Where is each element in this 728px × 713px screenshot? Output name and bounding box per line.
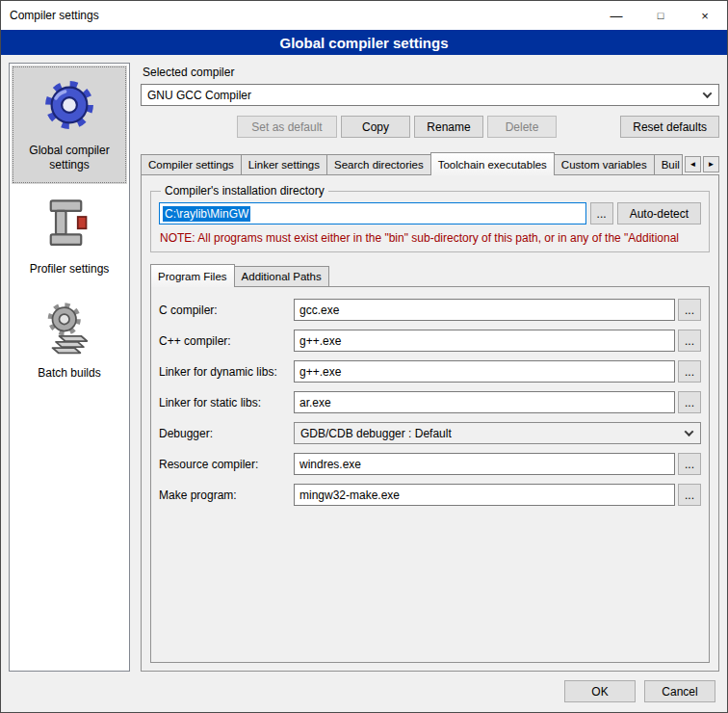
main-area: Selected compiler GNU GCC Compiler Set a… — [141, 63, 719, 672]
field-row-debugger: Debugger: GDB/CDB debugger : Default — [159, 422, 701, 444]
cpp-compiler-browse-button[interactable]: ... — [678, 330, 701, 352]
banner-title: Global compiler settings — [1, 30, 727, 55]
install-dir-value: C:\raylib\MinGW — [163, 206, 250, 222]
selected-compiler-label: Selected compiler — [143, 66, 719, 79]
tab-compiler-settings[interactable]: Compiler settings — [141, 154, 242, 174]
program-files-tabbar: Program Files Additional Paths — [150, 264, 710, 286]
field-row-static-linker: Linker for static libs: ... — [159, 391, 701, 413]
compiler-select-value: GNU GCC Compiler — [147, 89, 251, 102]
make-program-browse-button[interactable]: ... — [678, 484, 701, 506]
tab-scroll-left-button[interactable]: ◄ — [685, 156, 701, 172]
program-files-panel: C compiler: ... C++ compiler: ... Linker… — [150, 286, 710, 663]
tab-toolchain-executables[interactable]: Toolchain executables — [430, 152, 555, 175]
resource-compiler-input[interactable] — [294, 453, 675, 475]
category-sidebar: Global compiler settings Profiler settin… — [9, 63, 130, 672]
minimize-button[interactable]: — — [594, 1, 638, 30]
sidebar-item-profiler-settings[interactable]: Profiler settings — [12, 184, 127, 288]
titlebar[interactable]: Compiler settings — □ × — [1, 1, 727, 30]
static-linker-input[interactable] — [294, 391, 675, 413]
resource-compiler-label: Resource compiler: — [159, 458, 294, 471]
field-row-cpp-compiler: C++ compiler: ... — [159, 330, 701, 352]
dialog-body: Global compiler settings Profiler settin… — [1, 55, 727, 675]
autodetect-button[interactable]: Auto-detect — [617, 202, 701, 224]
static-linker-browse-button[interactable]: ... — [678, 391, 701, 413]
subtab-program-files[interactable]: Program Files — [150, 264, 235, 287]
sidebar-item-global-compiler-settings[interactable]: Global compiler settings — [12, 66, 127, 184]
close-button[interactable]: × — [683, 1, 727, 30]
install-dir-browse-button[interactable]: ... — [590, 202, 613, 224]
tab-build-options[interactable]: Buil — [654, 154, 683, 174]
tab-search-directories[interactable]: Search directories — [326, 154, 431, 174]
minimize-icon: — — [611, 9, 623, 23]
sidebar-item-label: Global compiler settings — [14, 144, 124, 172]
install-dir-input[interactable]: C:\raylib\MinGW — [159, 202, 586, 224]
debugger-select-value: GDB/CDB debugger : Default — [300, 427, 452, 440]
window-controls: — □ × — [594, 1, 727, 30]
maximize-icon: □ — [658, 10, 664, 21]
subtab-additional-paths[interactable]: Additional Paths — [234, 266, 329, 286]
resource-compiler-browse-button[interactable]: ... — [678, 453, 701, 475]
dialog-footer: OK Cancel — [1, 675, 727, 712]
install-dir-group: Compiler's installation directory C:\ray… — [150, 184, 710, 252]
dynamic-linker-browse-button[interactable]: ... — [678, 360, 701, 383]
field-row-make-program: Make program: ... — [159, 484, 701, 506]
rename-button[interactable]: Rename — [414, 116, 483, 138]
copy-button[interactable]: Copy — [341, 116, 410, 138]
batch-gear-stack-icon — [42, 301, 96, 355]
debugger-select[interactable]: GDB/CDB debugger : Default — [294, 422, 701, 444]
sidebar-item-label: Profiler settings — [30, 262, 110, 277]
tab-scroll-right-button[interactable]: ► — [703, 156, 719, 172]
cancel-button[interactable]: Cancel — [644, 680, 715, 702]
install-dir-row: C:\raylib\MinGW ... Auto-detect — [159, 202, 701, 224]
reset-defaults-button[interactable]: Reset defaults — [620, 116, 719, 138]
cpp-compiler-label: C++ compiler: — [159, 334, 294, 348]
sidebar-item-label: Batch builds — [38, 366, 100, 381]
sidebar-item-batch-builds[interactable]: Batch builds — [12, 288, 127, 392]
field-row-resource-compiler: Resource compiler: ... — [159, 453, 701, 475]
set-as-default-button[interactable]: Set as default — [237, 116, 337, 138]
c-compiler-label: C compiler: — [159, 304, 294, 317]
close-icon: × — [701, 9, 709, 23]
blue-gear-icon — [42, 78, 96, 132]
c-compiler-browse-button[interactable]: ... — [678, 299, 701, 321]
dynamic-linker-input[interactable] — [294, 360, 675, 383]
maximize-button[interactable]: □ — [638, 1, 683, 30]
chevron-down-icon — [685, 427, 694, 436]
tab-custom-variables[interactable]: Custom variables — [554, 154, 655, 174]
ok-button[interactable]: OK — [564, 680, 636, 702]
debugger-label: Debugger: — [159, 427, 294, 440]
settings-tabbar: Compiler settings Linker settings Search… — [141, 152, 719, 174]
dynamic-linker-label: Linker for dynamic libs: — [159, 365, 294, 379]
tab-linker-settings[interactable]: Linker settings — [241, 154, 327, 174]
toolchain-executables-panel: Compiler's installation directory C:\ray… — [141, 174, 719, 672]
note-text: NOTE: All programs must exist either in … — [160, 231, 700, 245]
window-title: Compiler settings — [1, 9, 594, 22]
compiler-actions: Set as default Copy Rename Delete Reset … — [141, 116, 719, 138]
compiler-select[interactable]: GNU GCC Compiler — [141, 84, 719, 106]
c-compiler-input[interactable] — [294, 299, 675, 321]
compiler-settings-window: Compiler settings — □ × Global compiler … — [0, 0, 728, 713]
cpp-compiler-input[interactable] — [294, 330, 675, 352]
profiler-tool-icon — [42, 197, 96, 251]
tab-scroll-controls: ◄ ► — [682, 156, 719, 174]
delete-button[interactable]: Delete — [487, 116, 557, 138]
install-dir-group-title: Compiler's installation directory — [161, 184, 328, 198]
field-row-dynamic-linker: Linker for dynamic libs: ... — [159, 360, 701, 383]
chevron-down-icon — [703, 89, 713, 98]
field-row-c-compiler: C compiler: ... — [159, 299, 701, 321]
make-program-label: Make program: — [159, 489, 294, 502]
static-linker-label: Linker for static libs: — [159, 396, 294, 409]
make-program-input[interactable] — [294, 484, 675, 506]
